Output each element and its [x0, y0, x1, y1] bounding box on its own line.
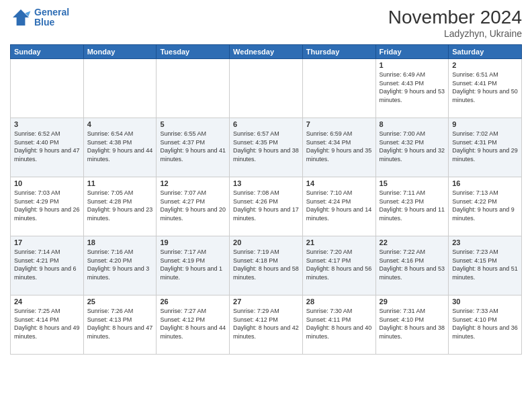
- day-number: 20: [233, 238, 299, 246]
- day-number: 26: [160, 298, 226, 306]
- header-row: SundayMondayTuesdayWednesdayThursdayFrid…: [11, 45, 522, 59]
- day-cell: 10Sunrise: 7:03 AM Sunset: 4:29 PM Dayli…: [11, 177, 84, 236]
- day-cell: 5Sunrise: 6:55 AM Sunset: 4:37 PM Daylig…: [157, 118, 230, 177]
- day-cell: 28Sunrise: 7:30 AM Sunset: 4:11 PM Dayli…: [302, 295, 375, 355]
- day-info: Sunrise: 6:59 AM Sunset: 4:34 PM Dayligh…: [306, 130, 372, 163]
- day-cell: 25Sunrise: 7:26 AM Sunset: 4:13 PM Dayli…: [83, 295, 157, 355]
- location: Ladyzhyn, Ukraine: [388, 28, 522, 39]
- day-number: 8: [380, 120, 445, 128]
- week-row-4: 17Sunrise: 7:14 AM Sunset: 4:21 PM Dayli…: [11, 236, 522, 295]
- logo: General Blue: [10, 7, 69, 28]
- day-cell: 16Sunrise: 7:13 AM Sunset: 4:22 PM Dayli…: [449, 177, 522, 236]
- day-cell: 1Sunrise: 6:49 AM Sunset: 4:43 PM Daylig…: [375, 59, 449, 118]
- day-info: Sunrise: 7:00 AM Sunset: 4:32 PM Dayligh…: [380, 130, 445, 163]
- day-number: 3: [14, 120, 80, 128]
- day-number: 28: [306, 298, 372, 306]
- day-number: 15: [380, 179, 445, 187]
- day-info: Sunrise: 7:29 AM Sunset: 4:12 PM Dayligh…: [233, 307, 299, 340]
- day-info: Sunrise: 7:08 AM Sunset: 4:26 PM Dayligh…: [233, 189, 299, 222]
- day-cell: [302, 59, 375, 118]
- day-cell: 26Sunrise: 7:27 AM Sunset: 4:12 PM Dayli…: [157, 295, 230, 355]
- day-cell: 15Sunrise: 7:11 AM Sunset: 4:23 PM Dayli…: [375, 177, 449, 236]
- day-cell: 9Sunrise: 7:02 AM Sunset: 4:31 PM Daylig…: [449, 118, 522, 177]
- day-number: 12: [160, 179, 226, 187]
- day-number: 19: [160, 238, 226, 246]
- day-cell: 21Sunrise: 7:20 AM Sunset: 4:17 PM Dayli…: [302, 236, 375, 295]
- header: General Blue November 2024 Ladyzhyn, Ukr…: [10, 7, 522, 39]
- col-header-monday: Monday: [83, 45, 157, 59]
- calendar: SundayMondayTuesdayWednesdayThursdayFrid…: [10, 44, 522, 355]
- day-cell: 13Sunrise: 7:08 AM Sunset: 4:26 PM Dayli…: [230, 177, 303, 236]
- day-cell: 29Sunrise: 7:31 AM Sunset: 4:10 PM Dayli…: [375, 295, 449, 355]
- month-title: November 2024: [388, 7, 522, 28]
- day-cell: 2Sunrise: 6:51 AM Sunset: 4:41 PM Daylig…: [449, 59, 522, 118]
- day-info: Sunrise: 6:54 AM Sunset: 4:38 PM Dayligh…: [87, 130, 153, 163]
- day-number: 29: [380, 298, 445, 306]
- day-number: 23: [452, 238, 518, 246]
- day-number: 18: [87, 238, 153, 246]
- day-info: Sunrise: 7:27 AM Sunset: 4:12 PM Dayligh…: [160, 307, 226, 340]
- day-cell: 18Sunrise: 7:16 AM Sunset: 4:20 PM Dayli…: [83, 236, 157, 295]
- day-info: Sunrise: 7:03 AM Sunset: 4:29 PM Dayligh…: [14, 189, 80, 222]
- day-info: Sunrise: 7:25 AM Sunset: 4:14 PM Dayligh…: [14, 307, 80, 340]
- day-info: Sunrise: 7:19 AM Sunset: 4:18 PM Dayligh…: [233, 248, 299, 281]
- col-header-sunday: Sunday: [11, 45, 84, 59]
- logo-line2: Blue: [34, 17, 54, 28]
- day-info: Sunrise: 7:22 AM Sunset: 4:16 PM Dayligh…: [380, 248, 445, 281]
- day-number: 14: [306, 179, 372, 187]
- day-cell: 7Sunrise: 6:59 AM Sunset: 4:34 PM Daylig…: [302, 118, 375, 177]
- col-header-tuesday: Tuesday: [157, 45, 230, 59]
- day-info: Sunrise: 7:26 AM Sunset: 4:13 PM Dayligh…: [87, 307, 153, 340]
- day-cell: 20Sunrise: 7:19 AM Sunset: 4:18 PM Dayli…: [230, 236, 303, 295]
- day-number: 9: [452, 120, 518, 128]
- day-cell: 8Sunrise: 7:00 AM Sunset: 4:32 PM Daylig…: [375, 118, 449, 177]
- day-number: 1: [380, 61, 445, 69]
- day-info: Sunrise: 6:51 AM Sunset: 4:41 PM Dayligh…: [452, 71, 518, 104]
- day-cell: 23Sunrise: 7:23 AM Sunset: 4:15 PM Dayli…: [449, 236, 522, 295]
- day-info: Sunrise: 7:07 AM Sunset: 4:27 PM Dayligh…: [160, 189, 226, 222]
- week-row-2: 3Sunrise: 6:52 AM Sunset: 4:40 PM Daylig…: [11, 118, 522, 177]
- logo-icon: [10, 7, 32, 28]
- day-number: 2: [452, 61, 518, 69]
- day-info: Sunrise: 6:49 AM Sunset: 4:43 PM Dayligh…: [380, 71, 445, 104]
- day-number: 25: [87, 298, 153, 306]
- day-cell: 12Sunrise: 7:07 AM Sunset: 4:27 PM Dayli…: [157, 177, 230, 236]
- day-info: Sunrise: 7:10 AM Sunset: 4:24 PM Dayligh…: [306, 189, 372, 222]
- day-number: 6: [233, 120, 299, 128]
- day-info: Sunrise: 7:20 AM Sunset: 4:17 PM Dayligh…: [306, 248, 372, 281]
- col-header-wednesday: Wednesday: [230, 45, 303, 59]
- day-info: Sunrise: 7:17 AM Sunset: 4:19 PM Dayligh…: [160, 248, 226, 281]
- day-cell: 22Sunrise: 7:22 AM Sunset: 4:16 PM Dayli…: [375, 236, 449, 295]
- day-cell: 4Sunrise: 6:54 AM Sunset: 4:38 PM Daylig…: [83, 118, 157, 177]
- day-cell: [11, 59, 84, 118]
- col-header-saturday: Saturday: [449, 45, 522, 59]
- day-cell: 3Sunrise: 6:52 AM Sunset: 4:40 PM Daylig…: [11, 118, 84, 177]
- day-number: 27: [233, 298, 299, 306]
- day-number: 24: [14, 298, 80, 306]
- day-cell: 19Sunrise: 7:17 AM Sunset: 4:19 PM Dayli…: [157, 236, 230, 295]
- day-info: Sunrise: 7:14 AM Sunset: 4:21 PM Dayligh…: [14, 248, 80, 281]
- day-info: Sunrise: 7:30 AM Sunset: 4:11 PM Dayligh…: [306, 307, 372, 340]
- day-info: Sunrise: 6:55 AM Sunset: 4:37 PM Dayligh…: [160, 130, 226, 163]
- week-row-1: 1Sunrise: 6:49 AM Sunset: 4:43 PM Daylig…: [11, 59, 522, 118]
- week-row-3: 10Sunrise: 7:03 AM Sunset: 4:29 PM Dayli…: [11, 177, 522, 236]
- day-info: Sunrise: 7:33 AM Sunset: 4:10 PM Dayligh…: [452, 307, 518, 340]
- day-cell: 14Sunrise: 7:10 AM Sunset: 4:24 PM Dayli…: [302, 177, 375, 236]
- week-row-5: 24Sunrise: 7:25 AM Sunset: 4:14 PM Dayli…: [11, 295, 522, 355]
- day-info: Sunrise: 7:11 AM Sunset: 4:23 PM Dayligh…: [380, 189, 445, 222]
- day-info: Sunrise: 7:02 AM Sunset: 4:31 PM Dayligh…: [452, 130, 518, 163]
- day-number: 17: [14, 238, 80, 246]
- day-info: Sunrise: 6:52 AM Sunset: 4:40 PM Dayligh…: [14, 130, 80, 163]
- day-number: 7: [306, 120, 372, 128]
- page: General Blue November 2024 Ladyzhyn, Ukr…: [0, 0, 532, 411]
- day-cell: 6Sunrise: 6:57 AM Sunset: 4:35 PM Daylig…: [230, 118, 303, 177]
- col-header-thursday: Thursday: [302, 45, 375, 59]
- day-number: 21: [306, 238, 372, 246]
- day-info: Sunrise: 7:31 AM Sunset: 4:10 PM Dayligh…: [380, 307, 445, 340]
- day-info: Sunrise: 7:13 AM Sunset: 4:22 PM Dayligh…: [452, 189, 518, 222]
- day-number: 30: [452, 298, 518, 306]
- day-cell: 27Sunrise: 7:29 AM Sunset: 4:12 PM Dayli…: [230, 295, 303, 355]
- col-header-friday: Friday: [375, 45, 449, 59]
- day-number: 16: [452, 179, 518, 187]
- day-info: Sunrise: 7:23 AM Sunset: 4:15 PM Dayligh…: [452, 248, 518, 281]
